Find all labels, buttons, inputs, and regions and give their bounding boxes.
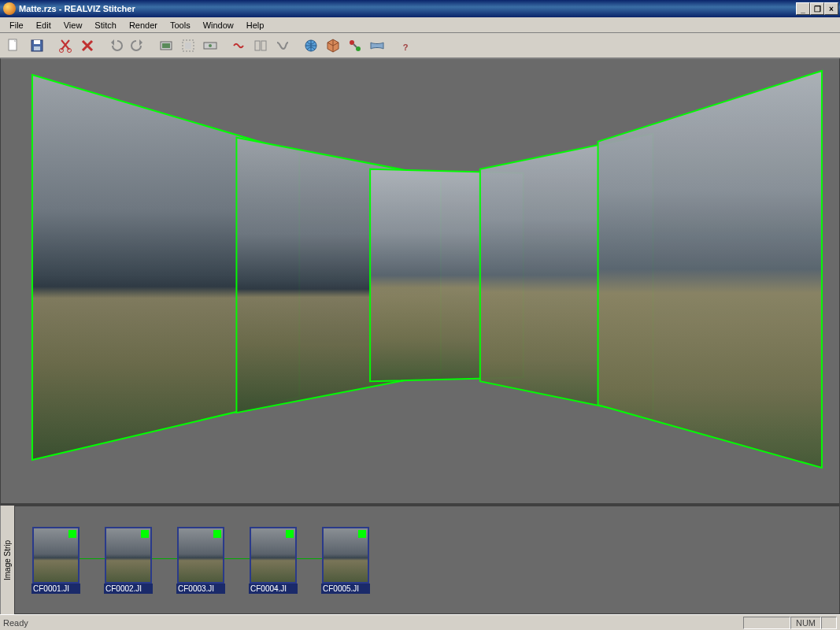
panorama-canvas [1,59,839,487]
globe-icon[interactable] [301,35,321,56]
status-text: Ready [3,618,28,628]
render-icon[interactable] [156,35,176,56]
toolbar: ? [0,33,840,58]
svg-text:?: ? [403,43,409,52]
link-icon[interactable] [345,35,365,56]
thumbnail[interactable]: CF0005.JI [320,527,371,594]
menu-window[interactable]: Window [197,19,240,32]
svg-marker-8 [139,39,142,46]
delete-icon[interactable] [77,35,98,56]
title-bar: Matte.rzs - REALVIZ Stitcher _ ❐ × [0,0,840,17]
stitch-viewport[interactable] [0,58,840,504]
menu-render[interactable]: Render [123,19,164,32]
svg-rect-15 [255,41,260,50]
menu-edit[interactable]: Edit [30,19,57,32]
render-preview-icon[interactable] [200,35,220,56]
new-file-icon[interactable] [3,35,24,56]
svg-point-14 [209,44,212,47]
status-cell-num: NUM [790,617,821,629]
svg-marker-7 [111,39,114,46]
thumbnail[interactable]: CF0004.JI [248,527,298,594]
thumbnail-image[interactable] [322,527,369,584]
cube-icon[interactable] [323,35,343,56]
image-strip-label: Image Strip [0,506,14,614]
app-icon [3,2,16,15]
status-cell-empty [743,617,790,629]
cut-icon[interactable] [55,35,76,56]
warp-icon[interactable] [272,35,293,56]
thumbnail[interactable]: CF0001.JI [31,527,81,594]
image-strip[interactable]: CF0001.JI CF0002.JI CF0003.JI CF0004.JI … [14,506,840,614]
svg-rect-4 [34,46,40,50]
redo-icon[interactable] [128,35,148,56]
menu-tools[interactable]: Tools [164,19,197,32]
minimize-button[interactable]: _ [796,2,810,15]
thumbnail-image[interactable] [177,527,224,584]
menu-stitch[interactable]: Stitch [88,19,123,32]
thumbnail-image[interactable] [32,527,80,584]
thumbnail-label: CF0001.JI [31,584,80,594]
svg-rect-3 [34,40,40,44]
menu-view[interactable]: View [57,19,89,32]
thumbnail-label: CF0002.JI [104,584,153,594]
svg-rect-10 [162,43,170,48]
close-button[interactable]: × [824,2,838,15]
window-buttons: _ ❐ × [796,2,838,15]
maximize-button[interactable]: ❐ [810,2,824,15]
menu-help[interactable]: Help [240,19,271,32]
thumbnail-image[interactable] [250,527,297,584]
thumbnail[interactable]: CF0002.JI [103,527,154,594]
svg-rect-16 [261,41,266,50]
panorama-icon[interactable] [367,35,387,56]
thumbnail-label: CF0005.JI [321,584,370,594]
undo-icon[interactable] [105,35,126,56]
window-title: Matte.rzs - REALVIZ Stitcher [19,4,796,13]
thumbnail-label: CF0003.JI [176,584,225,594]
render-region-icon[interactable] [178,35,198,56]
align-icon[interactable] [250,35,271,56]
stitch-icon[interactable] [228,35,249,56]
menu-file[interactable]: File [3,19,30,32]
menu-bar: File Edit View Stitch Render Tools Windo… [0,17,840,33]
status-bar: Ready NUM [0,614,840,630]
stitched-frame-5[interactable] [598,71,822,468]
thumbnail[interactable]: CF0003.JI [176,527,226,594]
thumbnail-label: CF0004.JI [249,584,298,594]
svg-rect-12 [185,43,191,49]
help-icon[interactable]: ? [395,35,416,56]
status-cell-grip [821,617,837,629]
save-file-icon[interactable] [27,35,47,56]
image-strip-panel: Image Strip CF0001.JI CF0002.JI CF0003.J… [0,504,840,614]
thumbnail-image[interactable] [105,527,152,584]
